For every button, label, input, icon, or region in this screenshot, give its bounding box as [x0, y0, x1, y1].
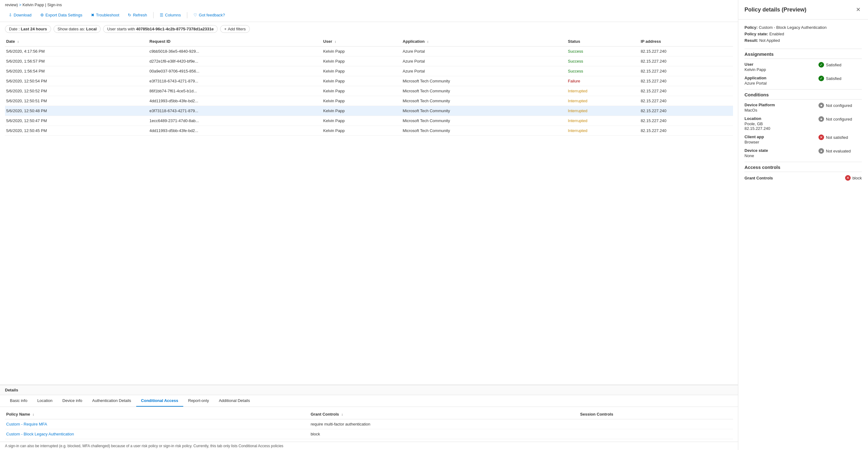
col-request-id: Request ID — [148, 36, 322, 47]
troubleshoot-button[interactable]: ✖ Troubleshoot — [87, 11, 123, 19]
row-request-id: 1ecc6489-2371-47d0-8ab... — [148, 116, 322, 126]
conditions-title: Conditions — [744, 92, 862, 100]
policy-row-grant: block — [309, 429, 579, 439]
policy-table-row[interactable]: Custom - Require MFA require multi-facto… — [5, 419, 733, 429]
panel-content: Policy: Custom - Block Legacy Authentica… — [738, 20, 868, 189]
heart-icon: ♡ — [193, 13, 197, 17]
download-button[interactable]: ⇩ Download — [5, 11, 35, 19]
policy-col-grant[interactable]: Grant Controls ↕ — [309, 410, 579, 419]
policy-table-row[interactable]: Custom - Block Legacy Authentication blo… — [5, 429, 733, 439]
row-request-id: 00a9e037-9706-4915-856... — [148, 66, 322, 76]
policy-table-container: Policy Name ↕ Grant Controls ↕ Session C… — [0, 407, 738, 442]
row-user: Kelvin Papp — [322, 86, 402, 96]
tab-device-info[interactable]: Device info — [58, 395, 87, 406]
row-status: Interrupted — [567, 86, 640, 96]
show-dates-label: Show dates as: — [58, 27, 85, 31]
row-status: Success — [567, 47, 640, 56]
satisfied-icon-application: ✓ — [818, 76, 824, 81]
user-filter-chip[interactable]: User starts with 40785b14-96c1-4c2b-8775… — [103, 25, 218, 33]
device-platform-value: MacOs — [744, 108, 775, 113]
satisfied-icon-user: ✓ — [818, 62, 824, 67]
row-application: Microsoft Tech Community — [402, 86, 567, 96]
row-ip: 82.15.227.240 — [640, 96, 733, 106]
tab-report-only[interactable]: Report-only — [183, 395, 214, 406]
table-row[interactable]: 5/6/2020, 12:50:54 PM e3f73118-6743-4271… — [5, 76, 733, 86]
grant-controls-label: Grant Controls — [744, 176, 773, 180]
row-request-id: 86f1bb74-7f61-4ce5-b1d... — [148, 86, 322, 96]
not-evaluated-icon-device-state: ● — [818, 148, 824, 154]
feedback-button[interactable]: ♡ Got feedback? — [190, 11, 229, 19]
table-row[interactable]: 5/6/2020, 4:17:56 PM c9bb5018-36e5-4840-… — [5, 47, 733, 56]
col-date[interactable]: Date ↕ — [5, 36, 148, 47]
row-user: Kelvin Papp — [322, 56, 402, 66]
policy-table: Policy Name ↕ Grant Controls ↕ Session C… — [5, 410, 733, 439]
row-status: Interrupted — [567, 126, 640, 136]
row-ip: 82.15.227.240 — [640, 116, 733, 126]
not-satisfied-icon-client-app: ✕ — [818, 135, 824, 140]
client-app-row: Client app Browser ✕ Not satisfied — [744, 135, 862, 144]
add-filter-button[interactable]: + Add filters — [220, 25, 249, 33]
row-user: Kelvin Papp — [322, 116, 402, 126]
table-row[interactable]: 5/6/2020, 12:50:52 PM 86f1bb74-7f61-4ce5… — [5, 86, 733, 96]
col-application[interactable]: Application ↕ — [402, 36, 567, 47]
date-filter-value: Last 24 hours — [21, 27, 47, 31]
tab-conditional-access[interactable]: Conditional Access — [136, 395, 183, 406]
refresh-button[interactable]: ↻ Refresh — [124, 11, 151, 19]
sign-ins-table: Date ↕ Request ID User ↕ Application ↕ S… — [5, 36, 733, 136]
close-button[interactable]: ✕ — [855, 5, 862, 14]
tab-additional-details[interactable]: Additional Details — [214, 395, 255, 406]
row-request-id: 4dd11993-d5bb-43fe-bd2... — [148, 96, 322, 106]
device-state-status: ● Not evaluated — [818, 148, 862, 154]
table-row[interactable]: 5/6/2020, 12:50:45 PM 4dd11993-d5bb-43fe… — [5, 126, 733, 136]
toolbar: ⇩ Download ⚙ Export Data Settings ✖ Trou… — [5, 8, 733, 22]
tabs-row: Basic info Location Device info Authenti… — [0, 395, 738, 407]
user-assignment-label: User — [744, 62, 766, 67]
grant-controls-value-text: block — [852, 176, 862, 180]
show-dates-filter-chip[interactable]: Show dates as: Local — [54, 25, 101, 33]
breadcrumb-back[interactable]: review) — [5, 2, 18, 7]
row-date: 5/6/2020, 12:50:54 PM — [5, 76, 148, 86]
policy-col-name[interactable]: Policy Name ↕ — [5, 410, 309, 419]
date-filter-label: Date : — [9, 27, 20, 31]
row-application: Azure Portal — [402, 66, 567, 76]
sort-icon-grant: ↕ — [341, 413, 343, 416]
location-label: Location — [744, 116, 770, 121]
export-data-settings-button[interactable]: ⚙ Export Data Settings — [36, 11, 86, 19]
date-filter-chip[interactable]: Date : Last 24 hours — [5, 25, 51, 33]
policy-row-session — [579, 419, 733, 429]
grant-controls-row: Grant Controls ✕ block — [744, 175, 862, 181]
policy-state-label: Policy state: — [744, 32, 768, 36]
table-row[interactable]: 5/6/2020, 12:50:47 PM 1ecc6489-2371-47d0… — [5, 116, 733, 126]
sort-icon-date: ↕ — [17, 40, 19, 44]
details-label: Details — [0, 385, 738, 395]
assignments-section: Assignments User Kelvin Papp ✓ Satisfied… — [744, 52, 862, 86]
table-row[interactable]: 5/6/2020, 1:56:57 PM d272e1f8-e38f-4420-… — [5, 56, 733, 66]
device-platform-status: ● Not configured — [818, 103, 862, 108]
policy-row-name[interactable]: Custom - Require MFA — [5, 419, 309, 429]
device-state-value: None — [744, 153, 768, 158]
row-application: Azure Portal — [402, 47, 567, 56]
row-application: Microsoft Tech Community — [402, 106, 567, 116]
user-status-text: Satisfied — [826, 63, 841, 67]
tab-authentication-details[interactable]: Authentication Details — [87, 395, 136, 406]
row-request-id: d272e1f8-e38f-4420-bf9e... — [148, 56, 322, 66]
user-filter-label: User starts with — [107, 27, 135, 31]
right-panel: Policy details (Preview) ✕ Policy: Custo… — [738, 0, 868, 450]
table-row[interactable]: 5/6/2020, 1:56:54 PM 00a9e037-9706-4915-… — [5, 66, 733, 76]
application-assignment-row: Application Azure Portal ✓ Satisfied — [744, 76, 862, 86]
policy-row-grant: require multi-factor authentication — [309, 419, 579, 429]
policy-row-name[interactable]: Custom - Block Legacy Authentication — [5, 429, 309, 439]
table-row[interactable]: 5/6/2020, 12:50:48 PM e3f73118-6743-4271… — [5, 106, 733, 116]
tab-location[interactable]: Location — [32, 395, 57, 406]
right-panel-title: Policy details (Preview) — [744, 6, 806, 13]
col-user[interactable]: User ↕ — [322, 36, 402, 47]
row-request-id: e3f73118-6743-4271-879... — [148, 106, 322, 116]
application-status-text: Satisfied — [826, 76, 841, 81]
columns-button[interactable]: ☰ Columns — [156, 11, 185, 19]
table-row[interactable]: 5/6/2020, 12:50:51 PM 4dd11993-d5bb-43fe… — [5, 96, 733, 106]
separator-2 — [187, 12, 187, 18]
wrench-icon: ✖ — [91, 13, 94, 17]
tab-basic-info[interactable]: Basic info — [5, 395, 32, 406]
application-assignment-value: Azure Portal — [744, 81, 767, 86]
row-status: Interrupted — [567, 116, 640, 126]
